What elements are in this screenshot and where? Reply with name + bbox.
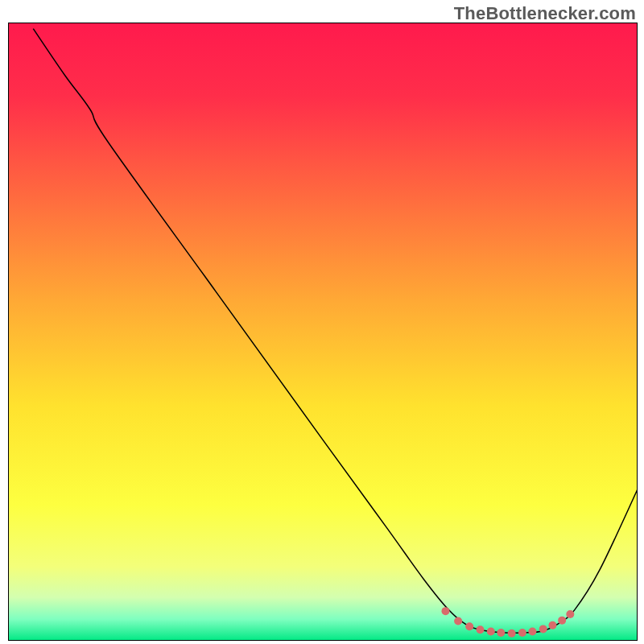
- highlight-dot: [539, 625, 547, 633]
- highlight-dot: [454, 617, 462, 625]
- highlight-dot: [566, 610, 574, 618]
- bottleneck-chart: [8, 23, 638, 641]
- chart-plot-area: [8, 23, 638, 641]
- highlight-dot: [487, 627, 495, 635]
- highlight-dot: [497, 629, 505, 637]
- highlight-dot: [558, 617, 566, 625]
- highlight-dot: [477, 625, 485, 634]
- highlight-dot: [518, 629, 526, 637]
- chart-background: [8, 23, 638, 641]
- highlight-dot: [465, 622, 473, 630]
- highlight-dot: [528, 627, 536, 635]
- highlight-dot: [548, 621, 556, 630]
- highlight-dot: [508, 630, 516, 638]
- watermark-text: TheBottlenecker.com: [454, 3, 636, 24]
- highlight-dot: [441, 607, 449, 615]
